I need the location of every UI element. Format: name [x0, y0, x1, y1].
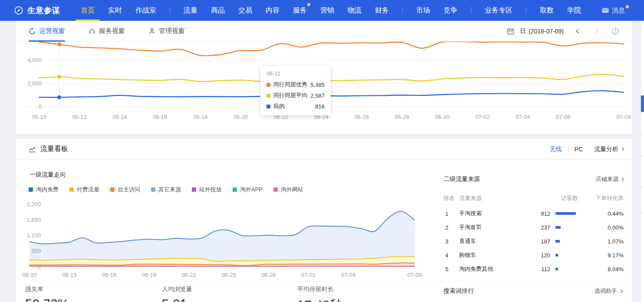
traffic-board-card: 流量看板 无线 PC 流量分析 一级流量走向 淘内免费 付费流量 自主访问 其它… [16, 139, 632, 302]
search-words-title: 搜索词排行 [444, 287, 474, 295]
nav-item-competition[interactable]: 竞争 [444, 0, 457, 21]
visitors-cell: 912 [526, 210, 550, 217]
chevron-right-icon [621, 147, 625, 151]
x-tick: 06-26 [348, 114, 375, 120]
channel-tab-pc[interactable]: PC [575, 146, 583, 153]
nav-item-war-room[interactable]: 作战室 [135, 0, 156, 21]
nav-item-content[interactable]: 内容 [266, 0, 279, 21]
nav-item-academy[interactable]: 学院 [567, 0, 581, 21]
tooltip-row: 同行同层平均 2,587 [266, 92, 325, 99]
info-icon[interactable] [612, 28, 619, 35]
tab-management-view[interactable]: 管理视窗 [148, 21, 185, 42]
visitors-bar [550, 226, 578, 229]
series-swatch [266, 105, 270, 108]
series-value: 816 [315, 103, 325, 110]
svg-text:0: 0 [39, 103, 42, 110]
nav-item-finance[interactable]: 财务 [375, 0, 389, 21]
visitors-cell: 237 [526, 224, 550, 231]
tab-operation-view[interactable]: 运营视窗 [29, 21, 65, 42]
conversion-cell: 1.07% [578, 238, 624, 245]
nav-divider [471, 7, 471, 14]
conversion-cell: 9.17% [578, 252, 624, 259]
nav-item-goods[interactable]: 商品 [211, 0, 225, 21]
brand[interactable]: 生意参谋 [0, 5, 81, 16]
nav-item-logistics[interactable]: 物流 [348, 0, 361, 21]
divider [568, 146, 568, 152]
stat-value: 5.01 [162, 297, 192, 302]
source-name-cell[interactable]: 直通车 [459, 237, 526, 245]
x-tick: 06-18 [187, 114, 214, 120]
svg-text:4,000: 4,000 [27, 57, 42, 63]
scrollbar-thumb[interactable] [641, 95, 644, 112]
nav-item-realtime[interactable]: 实时 [108, 0, 122, 21]
chevron-left-icon[interactable] [575, 28, 581, 34]
nav-divider [170, 7, 170, 14]
tooltip-row: 同行同层优秀 5,385 [266, 81, 325, 89]
overview-card: 运营视窗 服务视窗 [16, 21, 632, 135]
series-name: 同行同层平均 [273, 92, 307, 99]
x-tick: 06-16 [146, 114, 174, 120]
shop-source-link[interactable]: 店铺来源 [596, 175, 625, 183]
rank-cell: 3 [444, 238, 459, 245]
nav-item-home[interactable]: 首页 [81, 0, 95, 21]
y-tick: 2,200 [16, 201, 41, 207]
refresh-icon [29, 28, 36, 35]
brand-name: 生意参谋 [27, 5, 60, 16]
source-name-cell[interactable]: 手淘首页 [459, 223, 526, 231]
person-icon [148, 28, 155, 35]
x-tick: 06-19 [136, 272, 162, 278]
traffic-analysis-link[interactable]: 流量分析 [594, 145, 625, 153]
nav-item-traffic[interactable]: 流量 [184, 0, 197, 21]
nav-item-service[interactable]: 服务 [293, 0, 307, 21]
sycm-dashboard: 生意参谋 首页实时作战室流量商品交易内容服务营销物流财务市场竞争业务专区取数学院… [0, 0, 644, 302]
x-tick: 06-10 [16, 272, 43, 278]
source-name-cell[interactable]: 手淘搜索 [459, 210, 526, 217]
envelope-icon [602, 8, 609, 13]
stat-value: 59.72% [25, 297, 69, 302]
page-scrollbar[interactable] [641, 21, 644, 302]
nav-item-business-zone[interactable]: 业务专区 [485, 0, 513, 21]
stat-0: 跳失率 59.72% [25, 286, 69, 302]
channel-tab-wireless[interactable]: 无线 [550, 145, 562, 153]
nav-divider [402, 7, 403, 14]
tooltip-rows: 同行同层优秀 5,385 同行同层平均 2,587 我的 816 [266, 81, 325, 110]
secondary-source-title: 二级流量来源 [444, 175, 480, 183]
rank-cell: 4 [444, 252, 459, 259]
word-helper-label: 选词助手 [595, 287, 617, 295]
tab-label: 运营视窗 [39, 27, 65, 35]
word-helper-link[interactable]: 选词助手 [595, 287, 624, 295]
view-tabbar: 运营视窗 服务视窗 [16, 21, 632, 42]
nav-item-marketing[interactable]: 营销 [320, 0, 334, 21]
x-tick: 06-12 [66, 114, 93, 120]
col-conversion: 下单转化率 [578, 194, 624, 202]
rank-cell: 2 [444, 224, 459, 231]
col-visitors: 访客数 [526, 194, 578, 202]
tab-service-view[interactable]: 服务视窗 [89, 21, 125, 42]
source-name-cell[interactable]: 淘内免费其他 [459, 265, 526, 273]
nav-item-data-extract[interactable]: 取数 [540, 0, 554, 21]
date-mode: 日 [520, 27, 526, 35]
source-table-header: 排名 流量来源 访客数 下单转化率 [444, 194, 624, 202]
nav-item-trade[interactable]: 交易 [238, 0, 252, 21]
series-swatch [266, 94, 270, 98]
x-tick: 07-01 [296, 272, 322, 278]
nav-item-message[interactable]: 消息 [602, 7, 625, 15]
chevron-right-icon [619, 289, 624, 294]
nav-item-market[interactable]: 市场 [416, 0, 430, 21]
table-row: 2 手淘首页 237 0.00% [444, 220, 624, 234]
nav-divider [526, 7, 526, 14]
chevron-right-icon [621, 177, 625, 182]
x-tick: 06-28 [388, 114, 416, 120]
svg-text:2,000: 2,000 [27, 80, 42, 87]
x-tick: 06-13 [56, 272, 82, 278]
x-tick: 06-20 [227, 114, 255, 120]
calendar-icon[interactable] [507, 28, 514, 35]
table-row: 4 购物车 120 9.17% [444, 248, 624, 262]
chevron-right-icon[interactable] [594, 28, 600, 34]
source-name-cell[interactable]: 购物车 [459, 251, 526, 259]
conversion-cell: 0.00% [578, 224, 624, 231]
x-tick: 07-06 [549, 114, 577, 120]
tooltip-row: 我的 816 [266, 102, 325, 110]
date-selector[interactable]: 日 (2018-07-09) [520, 27, 564, 35]
visitors-bar [550, 240, 578, 243]
